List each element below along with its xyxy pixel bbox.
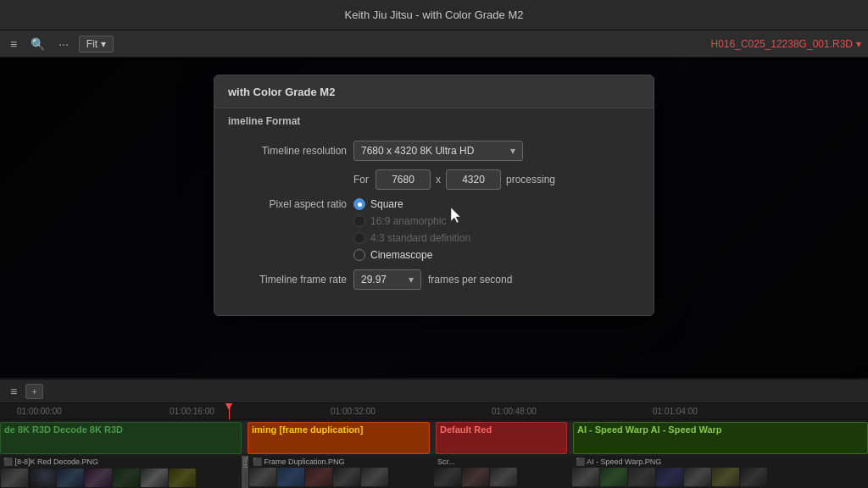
radio-square[interactable]: Square xyxy=(353,198,470,210)
thumb-label-r3d: ⬛ [8-8]K Red Decode.PNG xyxy=(3,458,98,466)
thumb-ai-2 xyxy=(600,468,627,486)
menu-icon[interactable]: ≡ xyxy=(7,36,20,53)
radio-169-label: 16:9 anamorphic xyxy=(370,215,446,227)
clip-r3d-label: de 8K R3D Decode 8K R3D xyxy=(4,424,123,435)
thumb-dup-5 xyxy=(361,468,388,486)
thumb-ai-4 xyxy=(656,468,683,486)
modal-overlay: with Color Grade M2 imeline Format Timel… xyxy=(0,58,868,378)
thumbnail-section-dup: ⬛ Frame Duplication.PNG xyxy=(249,456,431,488)
radio-43[interactable]: 4:3 standard definition xyxy=(353,232,470,244)
thumbnail-section-scr: Scr... xyxy=(434,456,566,488)
pixel-aspect-options: Square 16:9 anamorphic 4:3 standard defi… xyxy=(353,198,470,261)
timeline-controls: ≡ + xyxy=(0,380,868,403)
thumb-dup-1 xyxy=(249,468,276,486)
ruler-time-3: 01:00:48:00 xyxy=(492,407,537,416)
thumb-ai-7 xyxy=(740,468,767,486)
radio-cinemascope-label: Cinemascope xyxy=(370,249,432,261)
resolution-row: Timeline resolution 7680 x 4320 8K Ultra… xyxy=(228,141,640,161)
thumbnail-section-r3d: ⬛ [8-8]K Red Decode.PNG xyxy=(0,456,242,488)
thumb-label-dup: ⬛ Frame Duplication.PNG xyxy=(253,458,345,466)
modal-title: with Color Grade M2 xyxy=(228,86,335,98)
thumb-ai-6 xyxy=(712,468,739,486)
timeline-tracks: de 8K R3D Decode 8K R3D iming [frame dup… xyxy=(0,420,868,488)
thumb-4 xyxy=(85,469,112,487)
thumb-ai-3 xyxy=(628,468,655,486)
clip-frame-dup[interactable]: iming [frame duplication] xyxy=(248,422,430,454)
thumb-ai-1 xyxy=(572,468,599,486)
thumb-label-scr: Scr... xyxy=(437,458,455,466)
radio-square-dot xyxy=(353,198,365,210)
fps-label: frames per second xyxy=(428,274,512,286)
thumb-dup-3 xyxy=(305,468,332,486)
title-bar: Keith Jiu Jitsu - with Color Grade M2 xyxy=(0,0,868,30)
thumb-scr-2 xyxy=(462,468,489,486)
thumb-7 xyxy=(169,469,196,487)
video-track-2: ⬛ [8-8]K Red Decode.PNG Text ⬛ Frame Dup… xyxy=(0,456,868,488)
ruler-time-0: 01:00:00:00 xyxy=(17,407,62,416)
timeline-menu-icon[interactable]: ≡ xyxy=(7,383,20,400)
radio-169-dot xyxy=(353,215,365,227)
clip-ai-speed-label: AI - Speed Warp AI - Speed Warp xyxy=(577,424,722,435)
radio-169[interactable]: 16:9 anamorphic xyxy=(353,215,470,227)
pixel-aspect-row: Pixel aspect ratio Square 16:9 anamorphi… xyxy=(228,198,640,261)
video-preview: with Color Grade M2 imeline Format Timel… xyxy=(0,58,868,378)
frame-rate-label: Timeline frame rate xyxy=(228,274,347,286)
more-icon[interactable]: ··· xyxy=(55,36,72,53)
toolbar: ≡ 🔍 ··· Fit ▾ H016_C025_12238G_001.R3D ▾ xyxy=(0,30,868,58)
thumb-ai-5 xyxy=(684,468,711,486)
thumbnail-section-ai: ⬛ AI - Speed Warp.PNG xyxy=(572,456,868,488)
radio-cinemascope[interactable]: Cinemascope xyxy=(353,249,470,261)
timeline-ruler: 01:00:00:00 01:00:16:00 01:00:32:00 01:0… xyxy=(0,403,868,420)
radio-43-label: 4:3 standard definition xyxy=(370,232,470,244)
video-track-1: de 8K R3D Decode 8K R3D iming [frame dup… xyxy=(0,422,868,454)
clip-default-red-label: Default Red xyxy=(440,424,492,435)
add-track-button[interactable]: + xyxy=(25,384,42,399)
filename-display: H016_C025_12238G_001.R3D ▾ xyxy=(711,38,861,50)
app-title: Keith Jiu Jitsu - with Color Grade M2 xyxy=(345,8,524,21)
clip-ai-speed[interactable]: AI - Speed Warp AI - Speed Warp xyxy=(573,422,868,454)
timeline-area: ≡ + 01:00:00:00 01:00:16:00 01:00:32:00 … xyxy=(0,378,868,488)
search-icon[interactable]: 🔍 xyxy=(27,36,48,53)
width-input[interactable] xyxy=(376,169,431,190)
playhead[interactable] xyxy=(229,403,230,419)
thumb-dup-4 xyxy=(333,468,360,486)
thumb-2 xyxy=(29,469,56,487)
modal-section: imeline Format xyxy=(214,108,654,130)
fit-dropdown[interactable]: Fit ▾ xyxy=(79,36,114,53)
thumb-scr-3 xyxy=(490,468,517,486)
ruler-time-2: 01:00:32:00 xyxy=(331,407,376,416)
frame-rate-row: Timeline frame rate 29.97 ▾ frames per s… xyxy=(228,269,640,290)
resolution-dropdown[interactable]: 7680 x 4320 8K Ultra HD ▾ xyxy=(353,141,523,161)
resolution-inputs: x processing xyxy=(376,169,555,190)
thumb-dup-2 xyxy=(277,468,304,486)
clip-default-red[interactable]: Default Red xyxy=(436,422,567,454)
clip-r3d[interactable]: de 8K R3D Decode 8K R3D xyxy=(0,422,242,454)
thumb-scr-1 xyxy=(434,468,461,486)
project-settings-modal: with Color Grade M2 imeline Format Timel… xyxy=(214,75,654,316)
modal-body: Timeline resolution 7680 x 4320 8K Ultra… xyxy=(214,130,654,315)
frame-rate-dropdown[interactable]: 29.97 ▾ xyxy=(353,269,421,290)
ruler-time-1: 01:00:16:00 xyxy=(170,407,214,416)
thumb-6 xyxy=(141,469,168,487)
height-input[interactable] xyxy=(446,169,501,190)
text-separator: Text xyxy=(242,456,248,488)
radio-43-dot xyxy=(353,232,365,244)
modal-header: with Color Grade M2 xyxy=(214,75,654,108)
ruler-time-4: 01:01:04:00 xyxy=(653,407,698,416)
pixel-aspect-label: Pixel aspect ratio xyxy=(228,198,347,210)
main-area: with Color Grade M2 imeline Format Timel… xyxy=(0,58,868,378)
resolution-label: Timeline resolution xyxy=(228,145,347,157)
thumb-1 xyxy=(1,469,28,487)
thumb-label-ai: ⬛ AI - Speed Warp.PNG xyxy=(576,458,661,466)
processing-row: For x processing xyxy=(228,169,640,190)
thumb-3 xyxy=(57,469,84,487)
clip-frame-dup-label: iming [frame duplication] xyxy=(252,424,363,435)
radio-square-label: Square xyxy=(370,198,403,210)
radio-cinemascope-dot xyxy=(353,249,365,261)
thumb-5 xyxy=(113,469,140,487)
